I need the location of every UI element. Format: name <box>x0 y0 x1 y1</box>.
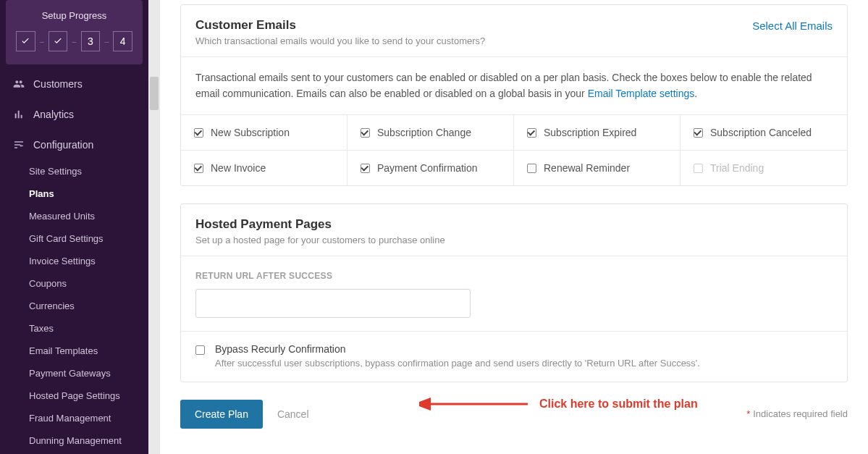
hosted-payment-panel: Hosted Payment Pages Set up a hosted pag… <box>180 203 848 382</box>
checkbox[interactable] <box>527 164 536 173</box>
checkbox[interactable] <box>361 164 370 173</box>
main-content: Customer Emails Which transactional emai… <box>160 0 868 454</box>
email-payment-confirmation[interactable]: Payment Confirmation <box>347 150 514 185</box>
subnav-fraud-management[interactable]: Fraud Management <box>0 407 148 429</box>
main-scrollbar-thumb[interactable] <box>150 77 159 110</box>
email-label: Payment Confirmation <box>377 162 478 174</box>
nav-configuration[interactable]: Configuration <box>0 130 148 160</box>
email-label: New Invoice <box>211 162 266 174</box>
main-scrollbar-track[interactable] <box>148 0 160 454</box>
create-plan-button[interactable]: Create Plan <box>180 400 263 429</box>
bypass-label: Bypass Recurly Confirmation <box>215 343 700 355</box>
email-label: Trial Ending <box>710 162 764 174</box>
nav-customers[interactable]: Customers <box>0 69 148 99</box>
bypass-row: Bypass Recurly Confirmation After succes… <box>181 331 847 382</box>
checkbox[interactable] <box>694 128 703 138</box>
customer-emails-title: Customer Emails <box>195 18 485 33</box>
cancel-link[interactable]: Cancel <box>277 408 309 420</box>
subnav-measured-units[interactable]: Measured Units <box>0 205 148 227</box>
emails-grid: New Subscription Subscription Change Sub… <box>181 114 847 185</box>
step-sep: – <box>40 37 44 46</box>
email-subscription-change[interactable]: Subscription Change <box>347 114 514 150</box>
step-sep: – <box>104 37 109 46</box>
subnav-hosted-page-settings[interactable]: Hosted Page Settings <box>0 384 148 407</box>
email-label: Renewal Reminder <box>544 162 630 174</box>
setup-steps: – – 3 – 4 <box>16 31 132 51</box>
setup-step-3[interactable]: 3 <box>81 31 101 51</box>
subnav-coupons[interactable]: Coupons <box>0 272 148 295</box>
setup-step-1[interactable] <box>16 31 35 51</box>
subnav-payment-gateways[interactable]: Payment Gateways <box>0 362 148 384</box>
subnav-currencies[interactable]: Currencies <box>0 295 148 317</box>
setup-step-2[interactable] <box>49 31 68 51</box>
nav-label: Analytics <box>33 109 74 120</box>
desc-text: Transactional emails sent to your custom… <box>195 72 812 99</box>
email-label: Subscription Change <box>377 127 471 138</box>
bypass-hint: After successful user subscriptions, byp… <box>215 358 700 369</box>
bypass-checkbox[interactable] <box>195 345 205 355</box>
subnav-plans[interactable]: Plans <box>0 182 148 205</box>
config-subnav: Site Settings Plans Measured Units Gift … <box>0 160 148 452</box>
email-subscription-expired[interactable]: Subscription Expired <box>514 114 681 150</box>
return-url-label: RETURN URL AFTER SUCCESS <box>195 269 833 283</box>
subnav-invoice-settings[interactable]: Invoice Settings <box>0 250 148 272</box>
setup-progress-card: Setup Progress – – 3 – 4 <box>6 0 143 64</box>
checkbox <box>694 164 703 173</box>
nav-label: Configuration <box>33 139 93 151</box>
nav-label: Customers <box>33 78 83 90</box>
email-label: Subscription Canceled <box>710 127 812 138</box>
checkbox[interactable] <box>194 128 203 138</box>
email-renewal-reminder[interactable]: Renewal Reminder <box>514 150 681 185</box>
email-subscription-canceled[interactable]: Subscription Canceled <box>681 114 847 150</box>
select-all-emails-link[interactable]: Select All Emails <box>752 20 833 32</box>
checkbox[interactable] <box>361 128 370 138</box>
sidebar: Setup Progress – – 3 – 4 Customers Analy… <box>0 0 148 454</box>
checkbox[interactable] <box>527 128 536 138</box>
analytics-icon <box>13 109 25 120</box>
checkbox[interactable] <box>194 164 203 173</box>
check-icon <box>20 36 30 46</box>
hosted-payment-title: Hosted Payment Pages <box>195 217 445 232</box>
subnav-gift-card-settings[interactable]: Gift Card Settings <box>0 227 148 250</box>
required-note: *Indicates required field <box>746 408 848 419</box>
step-sep: – <box>72 37 76 46</box>
nav-analytics[interactable]: Analytics <box>0 99 148 130</box>
customer-emails-subtitle: Which transactional emails would you lik… <box>195 35 485 46</box>
hosted-payment-subtitle: Set up a hosted page for your customers … <box>195 235 445 245</box>
setup-step-4[interactable]: 4 <box>113 31 132 51</box>
subnav-taxes[interactable]: Taxes <box>0 317 148 340</box>
subnav-dunning-management[interactable]: Dunning Management <box>0 429 148 452</box>
desc-suffix: . <box>694 88 697 99</box>
email-new-subscription[interactable]: New Subscription <box>181 114 347 150</box>
form-actions: Create Plan Cancel *Indicates required f… <box>180 400 848 429</box>
customer-emails-description: Transactional emails sent to your custom… <box>181 56 847 114</box>
check-icon <box>53 36 63 46</box>
return-url-field-wrap: RETURN URL AFTER SUCCESS <box>181 256 847 331</box>
setup-progress-title: Setup Progress <box>16 10 132 21</box>
subnav-email-templates[interactable]: Email Templates <box>0 340 148 362</box>
email-label: Subscription Expired <box>544 127 636 138</box>
users-icon <box>13 78 25 90</box>
email-label: New Subscription <box>211 127 290 138</box>
email-template-settings-link[interactable]: Email Template settings <box>588 88 695 99</box>
subnav-site-settings[interactable]: Site Settings <box>0 160 148 182</box>
email-trial-ending: Trial Ending <box>681 150 847 185</box>
customer-emails-panel: Customer Emails Which transactional emai… <box>180 4 848 186</box>
config-icon <box>13 139 25 151</box>
return-url-input[interactable] <box>195 289 471 318</box>
email-new-invoice[interactable]: New Invoice <box>181 150 347 185</box>
